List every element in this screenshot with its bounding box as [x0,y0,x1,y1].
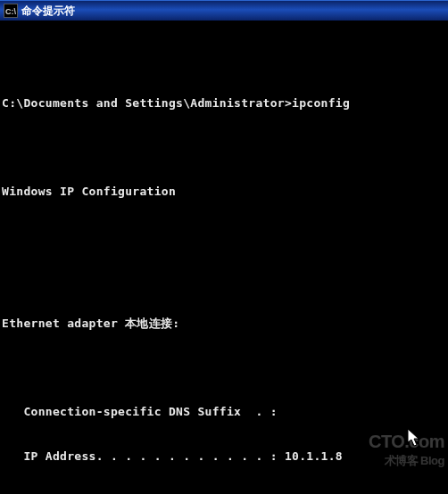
blank-line [2,273,446,288]
blank-line [2,361,446,376]
titlebar[interactable]: C:\ 命令提示符 [0,0,448,21]
prompt-ipconfig: C:\Documents and Settings\Administrator>… [2,96,446,111]
adapter-line: Ethernet adapter 本地连接: [2,317,446,332]
command-prompt-window: C:\ 命令提示符 C:\Documents and Settings\Admi… [0,0,448,494]
window-title: 命令提示符 [21,4,75,19]
blank-line [2,140,446,155]
console-output[interactable]: C:\Documents and Settings\Administrator>… [0,21,448,494]
cmd-icon: C:\ [4,4,18,18]
ipconfig-header: Windows IP Configuration [2,185,446,200]
blank-line [2,52,446,67]
ip-address-line: IP Address. . . . . . . . . . . . : 10.1… [2,449,446,465]
dns-suffix-line: Connection-specific DNS Suffix . : [2,405,446,420]
blank-line [2,228,446,243]
